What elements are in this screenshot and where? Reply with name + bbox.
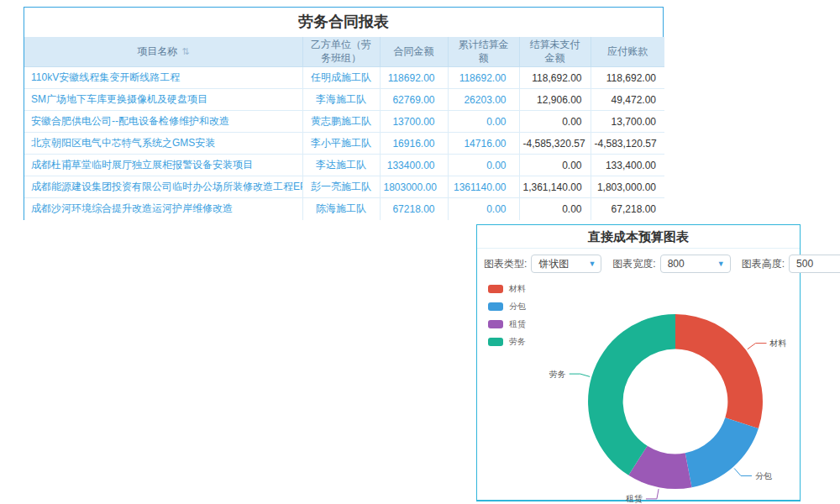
report-table-head: 项目名称⇅乙方单位（劳务班组）合同金额累计结算金额结算未支付金额应付账款 [24,37,664,67]
settled-amount-cell: 0.00 [448,111,519,133]
project-name-cell[interactable]: 北京朝阳区电气中芯特气系统之GMS安装 [24,133,302,155]
chevron-down-icon: ▼ [717,260,725,268]
control-label: 图表宽度: [612,257,655,271]
payable-amount-cell: 118,692.00 [591,67,664,89]
legend-item[interactable]: 劳务 [488,336,526,348]
column-header: 累计结算金额 [448,37,519,67]
slice-label-line [734,469,752,476]
slice-label: 分包 [755,471,772,480]
sort-icon[interactable]: ⇅ [181,46,189,56]
settled-amount-cell: 26203.00 [448,89,519,111]
pie-slice-1[interactable] [675,314,763,428]
legend-swatch [488,320,503,328]
unpaid-amount-cell: 0.00 [519,111,591,133]
project-name-cell[interactable]: 成都能源建设集团投资有限公司临时办公场所装修改造工程EPC [24,176,302,198]
unpaid-amount-cell: 118,692.00 [519,67,591,89]
contractor-cell[interactable]: 彭一亮施工队 [302,176,380,198]
slice-label-line [570,374,591,376]
column-header-label: 乙方单位（劳务班组） [311,39,371,64]
column-header: 结算未支付金额 [519,37,591,67]
contractor-cell[interactable]: 黄志鹏施工队 [302,111,380,133]
table-row: 成都沙河环境综合提升改造运河护岸维修改造陈海施工队67218.000.000.0… [24,198,664,220]
chevron-down-icon: ▼ [588,260,596,268]
legend-label: 租赁 [509,318,526,330]
table-row: 北京朝阳区电气中芯特气系统之GMS安装李小平施工队16916.0014716.0… [24,133,664,155]
project-name-cell[interactable]: 安徽合肥供电公司--配电设备检修维护和改造 [24,111,302,133]
slice-label: 材料 [769,339,787,348]
column-header-label: 项目名称 [137,45,177,57]
project-name-cell[interactable]: SM广场地下车库更换摄像机及硬盘项目 [24,89,302,111]
settled-amount-cell: 0.00 [448,155,519,176]
legend-swatch [488,338,503,346]
table-row: 安徽合肥供电公司--配电设备检修维护和改造黄志鹏施工队13700.000.000… [24,111,664,133]
chart-title: 直接成本预算图表 [477,225,800,249]
unpaid-amount-cell: 12,906.00 [519,89,591,111]
pie-slice-4[interactable] [588,314,675,475]
payable-amount-cell: 67,218.00 [591,198,664,220]
settled-amount-cell: 0.00 [448,198,519,220]
dropdown-select[interactable]: 饼状图▼ [531,255,601,273]
legend-swatch [488,302,503,311]
project-name-cell[interactable]: 成都沙河环境综合提升改造运河护岸维修改造 [24,198,302,220]
contractor-cell[interactable]: 李达施工队 [302,155,380,176]
selected-value: 800 [668,258,685,270]
column-header: 应付账款 [591,37,664,67]
unpaid-amount-cell: 1,361,140.00 [519,176,591,198]
contract-amount-cell: 16916.00 [380,133,448,155]
dropdown-select[interactable]: 500▼ [789,255,840,273]
legend-item[interactable]: 分包 [488,301,526,312]
dropdown-select[interactable]: 800▼ [660,255,731,273]
column-header-label: 合同金额 [394,45,434,57]
direct-cost-chart-panel: 直接成本预算图表 图表类型:饼状图▼图表宽度:800▼图表高度:500▼ 材料分… [476,224,801,501]
contract-amount-cell: 118692.00 [380,67,448,89]
column-header-label: 累计结算金额 [459,39,509,64]
column-header: 乙方单位（劳务班组） [302,37,380,67]
slice-label-line [646,489,659,499]
header-row: 项目名称⇅乙方单位（劳务班组）合同金额累计结算金额结算未支付金额应付账款 [24,37,664,67]
page: 劳务合同报表 项目名称⇅乙方单位（劳务班组）合同金额累计结算金额结算未支付金额应… [0,0,840,504]
pie-slice-2[interactable] [685,417,759,487]
contractor-cell[interactable]: 李海施工队 [302,89,380,111]
legend-item[interactable]: 租赁 [488,318,526,330]
contract-amount-cell: 133400.00 [380,155,448,176]
table-row: 成都能源建设集团投资有限公司临时办公场所装修改造工程EPC彭一亮施工队18030… [24,176,664,198]
column-header-label: 应付账款 [607,45,648,57]
payable-amount-cell: -4,583,120.57 [591,133,664,155]
contract-amount-cell: 1803000.00 [380,176,448,198]
legend-label: 劳务 [509,336,526,348]
settled-amount-cell: 14716.00 [448,133,519,155]
control-label: 图表高度: [742,257,785,271]
legend-item[interactable]: 材料 [488,283,526,295]
unpaid-amount-cell: 0.00 [519,198,591,220]
slice-label: 劳务 [549,370,566,379]
slice-label: 租赁 [626,494,643,503]
report-table-body: 110kV安徽线程集变开断线路工程任明成施工队118692.00118692.0… [24,67,664,220]
project-name-cell[interactable]: 成都杜甫草堂临时展厅独立展柜报警设备安装项目 [24,155,302,176]
payable-amount-cell: 13,700.00 [591,111,664,133]
slice-label-line [748,344,767,349]
report-title: 劳务合同报表 [24,8,663,37]
contractor-cell[interactable]: 陈海施工队 [302,198,380,220]
settled-amount-cell: 1361140.00 [448,176,519,198]
chart-control: 图表类型:饼状图▼ [484,255,601,273]
column-header: 合同金额 [380,37,448,67]
contract-amount-cell: 67218.00 [380,198,448,220]
contractor-cell[interactable]: 任明成施工队 [302,67,380,89]
project-name-cell[interactable]: 110kV安徽线程集变开断线路工程 [24,67,302,89]
control-label: 图表类型: [484,257,527,271]
chart-control: 图表高度:500▼ [742,255,840,273]
legend-swatch [488,285,503,293]
column-header[interactable]: 项目名称⇅ [24,37,302,67]
selected-value: 饼状图 [538,257,569,271]
labor-contract-report-panel: 劳务合同报表 项目名称⇅乙方单位（劳务班组）合同金额累计结算金额结算未支付金额应… [24,7,664,220]
payable-amount-cell: 49,472.00 [591,89,664,111]
contractor-cell[interactable]: 李小平施工队 [302,133,380,155]
chart-control: 图表宽度:800▼ [612,255,730,273]
unpaid-amount-cell: 0.00 [519,155,591,176]
settled-amount-cell: 118692.00 [448,67,519,89]
chart-legend: 材料分包租赁劳务 [488,283,526,354]
table-row: SM广场地下车库更换摄像机及硬盘项目李海施工队62769.0026203.001… [24,89,664,111]
contract-amount-cell: 13700.00 [380,111,448,133]
payable-amount-cell: 1,803,000.00 [591,176,664,198]
selected-value: 500 [796,258,813,270]
